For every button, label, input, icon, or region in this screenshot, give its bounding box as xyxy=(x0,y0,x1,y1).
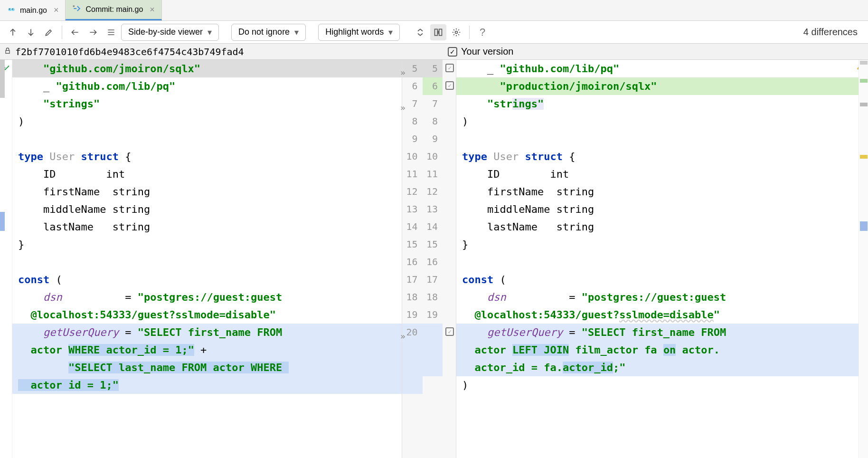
code-line: ID int xyxy=(456,165,868,183)
code-line: firstName string xyxy=(456,183,868,200)
code-line: ) xyxy=(456,113,868,130)
code-line: ) xyxy=(12,113,402,130)
help-button[interactable]: ? xyxy=(474,24,491,40)
code-line: _ "github.com/lib/pq" xyxy=(12,77,402,95)
version-header: f2bf7701010fd6b4e9483ce6f4754c43b749fad4… xyxy=(0,44,868,60)
code-line: dsn = "postgres://guest:guest xyxy=(12,288,402,306)
dropdown-label: Do not ignore xyxy=(238,27,290,37)
settings-button[interactable] xyxy=(448,24,464,40)
chunk-checkbox[interactable]: ✓ xyxy=(445,327,454,336)
nav-back-button[interactable] xyxy=(67,24,83,40)
code-line: "strings" xyxy=(456,95,868,113)
svg-point-0 xyxy=(8,8,11,11)
close-icon[interactable]: × xyxy=(147,5,155,15)
code-line: const ( xyxy=(456,271,868,288)
viewer-mode-dropdown[interactable]: Side-by-side viewer ▾ xyxy=(121,24,219,41)
code-line: getUserQuery = "SELECT first_name FROM xyxy=(12,324,402,341)
code-line xyxy=(12,253,402,271)
svg-point-7 xyxy=(455,31,458,33)
code-line: @localhost:54333/guest?sslmode=disable" xyxy=(12,306,402,324)
code-line: } xyxy=(456,236,868,253)
nav-forward-button[interactable] xyxy=(85,24,101,40)
chevron-down-icon: ▾ xyxy=(208,27,212,38)
left-version: f2bf7701010fd6b4e9483ce6f4754c43b749fad4 xyxy=(0,46,444,57)
code-line: lastName string xyxy=(12,218,402,236)
right-gutter: 5✓ 6✓ 7 8 9 10 11 12 13 14 15 16 17 18 1… xyxy=(423,60,456,458)
dropdown-label: Side-by-side viewer xyxy=(128,27,203,37)
code-line: actor_id = fa.actor_id;" xyxy=(456,359,868,376)
code-line: middleName string xyxy=(12,200,402,218)
code-line: @localhost:54333/guest?sslmode=disable" xyxy=(456,306,868,324)
code-line: dsn = "postgres://guest:guest xyxy=(456,288,868,306)
chevron-down-icon: ▾ xyxy=(388,27,393,38)
diff-view: "github.com/jmoiron/sqlx" _ "github.com/… xyxy=(0,60,868,458)
commit-diff-icon xyxy=(72,4,82,15)
code-line: type User struct { xyxy=(12,148,402,165)
edit-button[interactable] xyxy=(41,24,57,40)
code-line: _ "github.com/lib/pq" xyxy=(456,60,868,77)
collapse-unchanged-button[interactable] xyxy=(412,24,428,40)
tab-main-go[interactable]: main.go × xyxy=(0,0,66,20)
code-line: actor LEFT JOIN film_actor fa on actor. xyxy=(456,341,868,359)
separator xyxy=(62,26,62,39)
right-version-label: Your version xyxy=(461,46,513,57)
code-line: "github.com/jmoiron/sqlx" xyxy=(12,60,402,77)
left-code-pane[interactable]: "github.com/jmoiron/sqlx" _ "github.com/… xyxy=(12,60,402,458)
next-diff-button[interactable] xyxy=(23,24,39,40)
code-line: "production/jmoiron/sqlx" xyxy=(456,77,868,95)
tab-label: Commit: main.go xyxy=(85,5,143,14)
tab-label: main.go xyxy=(20,6,47,15)
code-line: "strings" xyxy=(12,95,402,113)
editor-tabs: main.go × Commit: main.go × xyxy=(0,0,868,21)
ignore-dropdown[interactable]: Do not ignore ▾ xyxy=(231,24,306,41)
code-line: firstName string xyxy=(12,183,402,200)
left-marker-strip xyxy=(0,60,12,458)
diff-toolbar: Side-by-side viewer ▾ Do not ignore ▾ Hi… xyxy=(0,21,868,44)
code-line: type User struct { xyxy=(456,148,868,165)
left-gutter: »5 6 »7 8 9 10 11 12 13 14 15 16 17 18 1… xyxy=(402,60,423,458)
dropdown-label: Highlight words xyxy=(325,27,384,37)
separator xyxy=(469,26,470,39)
lock-icon xyxy=(4,46,11,57)
code-line: actor WHERE actor_id = 1;" + xyxy=(12,341,402,359)
line-number-gutter: »5 6 »7 8 9 10 11 12 13 14 15 16 17 18 1… xyxy=(402,60,456,458)
minimap[interactable] xyxy=(859,60,868,458)
version-checkbox[interactable]: ✓ xyxy=(448,47,457,57)
right-version: ✓ Your version xyxy=(444,46,868,57)
code-line: getUserQuery = "SELECT first_name FROM xyxy=(456,324,868,341)
code-line: } xyxy=(12,236,402,253)
list-button[interactable] xyxy=(103,24,119,40)
code-line xyxy=(456,253,868,271)
go-file-icon xyxy=(7,5,16,16)
right-code-pane[interactable]: _ "github.com/lib/pq" "production/jmoiro… xyxy=(456,60,868,458)
svg-point-1 xyxy=(11,8,15,11)
code-line: middleName string xyxy=(456,200,868,218)
code-line: ID int xyxy=(12,165,402,183)
code-line: lastName string xyxy=(456,218,868,236)
code-line xyxy=(12,130,402,148)
chunk-checkbox[interactable]: ✓ xyxy=(445,81,454,90)
code-line xyxy=(456,130,868,148)
chevron-down-icon: ▾ xyxy=(294,27,299,38)
svg-rect-8 xyxy=(6,50,9,53)
commit-hash: f2bf7701010fd6b4e9483ce6f4754c43b749fad4 xyxy=(15,46,244,57)
prev-diff-button[interactable] xyxy=(5,24,21,40)
sync-scroll-button[interactable] xyxy=(430,24,446,40)
code-line: ) xyxy=(456,376,868,394)
svg-rect-6 xyxy=(439,29,442,35)
svg-rect-4 xyxy=(73,5,75,7)
code-line: const ( xyxy=(12,271,402,288)
close-icon[interactable]: × xyxy=(51,5,59,15)
diff-count-label: 4 differences xyxy=(803,27,863,38)
svg-point-2 xyxy=(9,9,10,10)
svg-point-3 xyxy=(12,9,13,10)
code-line: actor id = 1;" xyxy=(12,376,402,394)
chunk-checkbox[interactable]: ✓ xyxy=(445,64,454,72)
svg-rect-5 xyxy=(435,29,438,35)
tab-commit-main-go[interactable]: Commit: main.go × xyxy=(66,0,161,20)
code-line: "SELECT last_name FROM actor WHERE xyxy=(12,359,402,376)
highlight-dropdown[interactable]: Highlight words ▾ xyxy=(318,24,400,41)
